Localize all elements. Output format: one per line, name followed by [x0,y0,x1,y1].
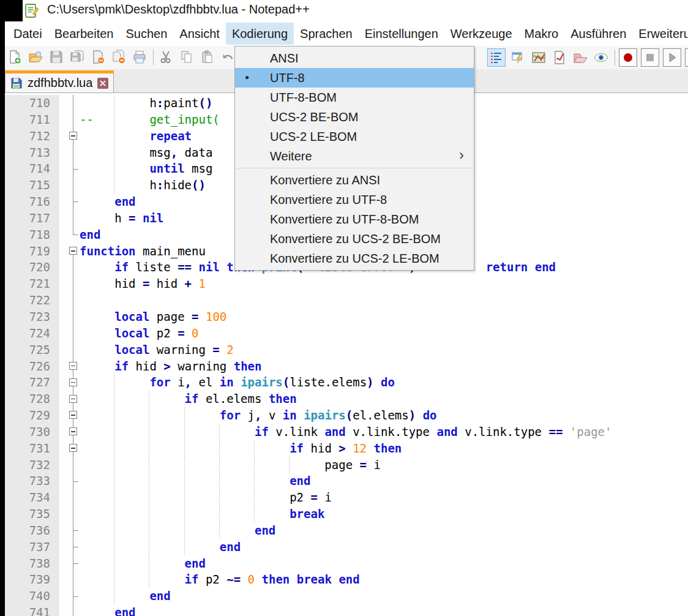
step-macro-icon[interactable] [685,48,688,67]
cut-icon[interactable] [157,48,174,66]
code-text[interactable]: hid = hid + 1 [79,276,688,292]
menu-item-utf-8[interactable]: ●UTF-8 [235,68,474,88]
line-number: 712 [5,128,59,145]
macro-doc-icon[interactable] [551,49,568,66]
code-text[interactable]: break [79,506,688,522]
indent-guide [114,160,114,177]
fold-margin-cell[interactable] [59,407,79,424]
menubar-item-ansicht[interactable]: Ansicht [173,23,226,45]
code-text[interactable]: if p2 ~= 0 then break end [79,571,688,588]
menu-item-weitere[interactable]: Weitere› [235,146,474,166]
code-text[interactable]: end [79,604,688,616]
code-text[interactable]: end [79,588,688,604]
stop-macro-icon[interactable] [641,48,659,67]
fold-margin-cell[interactable] [59,358,79,375]
code-text[interactable]: local warning = 2 [79,342,688,358]
folder-workspace-icon[interactable] [572,49,589,66]
menubar-item-bearbeiten[interactable]: Bearbeiten [48,23,120,45]
menu-item-utf-8-bom[interactable]: UTF-8-BOM [235,88,474,107]
code-text[interactable]: for j, v in ipairs(el.elems) do [79,407,688,424]
fold-margin-cell [59,489,79,506]
menubar-item-sprachen[interactable]: Sprachen [294,23,359,45]
menu-item-konvertiere-zu-ucs-2-be-bom[interactable]: Konvertiere zu UCS-2 BE-BOM [235,229,474,249]
code-text[interactable]: if el.elems then [79,391,688,407]
code-text[interactable]: local page = 100 [79,309,688,325]
show-all-characters-icon[interactable] [487,48,506,67]
line-number: 714 [5,160,59,177]
code-text[interactable]: if hid > warning then [79,358,688,375]
preview-eye-icon[interactable] [593,49,610,66]
code-text[interactable] [79,292,688,309]
menu-item-label: Konvertiere zu ANSI [270,173,380,187]
tab-close-icon[interactable] [97,78,108,89]
line-number: 722 [5,292,59,309]
fold-margin-cell [59,571,79,588]
menu-item-konvertiere-zu-ucs-2-le-bom[interactable]: Konvertiere zu UCS-2 LE-BOM [235,249,474,268]
save-icon[interactable] [48,48,65,66]
fold-margin-cell [59,473,79,489]
menu-item-konvertiere-zu-utf-8[interactable]: Konvertiere zu UTF-8 [235,190,474,209]
code-text[interactable]: if hid > 12 then [79,440,688,457]
menubar-item-suchen[interactable]: Suchen [119,23,173,45]
document-map-icon[interactable] [530,49,547,66]
toolbar-right-group [487,48,688,67]
fold-margin-cell[interactable] [59,391,79,407]
menubar-item-erweiterungen[interactable]: Erweiterungen [632,23,688,45]
indent-guide [114,374,114,391]
menu-item-label: Konvertiere zu UCS-2 LE-BOM [270,252,439,266]
code-text[interactable]: end [79,555,688,572]
menubar-item-werkzeuge[interactable]: Werkzeuge [444,23,518,45]
indent-guide [219,457,220,473]
close-all-icon[interactable] [110,48,127,66]
fold-margin-cell[interactable] [59,243,79,260]
menu-item-label: Weitere [270,149,312,163]
code-text[interactable]: if v.link and v.link.type and v.link.typ… [79,424,688,440]
menubar-item-ausf-hren[interactable]: Ausführen [564,23,632,45]
open-file-icon[interactable] [27,48,44,66]
desktop-edge-strip [0,0,5,616]
fold-margin-cell [59,309,79,325]
code-line-734: 734 p2 = i [5,489,688,506]
launch-run-icon[interactable] [509,49,526,66]
save-all-icon[interactable] [69,48,86,66]
menubar-item-einstellungen[interactable]: Einstellungen [359,23,444,45]
menu-item-label: Konvertiere zu UTF-8 [270,193,387,207]
close-icon[interactable] [89,48,107,66]
title-bar: C:\Users\pmk\Desktop\zdfhbbtv.lua - Note… [0,0,688,21]
fold-margin-cell[interactable] [59,440,79,457]
menu-item-ucs-2-le-bom[interactable]: UCS-2 LE-BOM [235,127,474,146]
record-macro-icon[interactable] [619,48,637,67]
desktop-edge-corner [0,0,23,21]
menubar-item-kodierung[interactable]: Kodierung [226,23,294,45]
fold-margin-cell[interactable] [59,374,79,391]
code-line-732: 732 page = i [5,457,688,473]
menubar-item-datei[interactable]: Datei [7,23,48,45]
paste-icon[interactable] [199,48,216,66]
line-number: 710 [5,95,59,111]
menu-item-konvertiere-zu-ansi[interactable]: Konvertiere zu ANSI [235,170,474,190]
fold-margin-cell[interactable] [59,128,79,145]
code-line-736: 736 end [5,522,688,539]
code-text[interactable]: page = i [79,457,688,473]
menu-item-ucs-2-be-bom[interactable]: UCS-2 BE-BOM [235,107,474,127]
menu-item-ansi[interactable]: ANSI [235,48,474,68]
copy-icon[interactable] [178,48,195,66]
code-text[interactable]: local p2 = 0 [79,325,688,342]
code-text[interactable]: p2 = i [79,489,688,506]
menu-item-konvertiere-zu-utf-8-bom[interactable]: Konvertiere zu UTF-8-BOM [235,209,474,229]
print-icon[interactable] [131,48,148,66]
code-text[interactable]: end [79,522,688,539]
notepad-plus-plus-window: C:\Users\pmk\Desktop\zdfhbbtv.lua - Note… [0,0,688,616]
new-file-icon[interactable] [6,48,23,66]
menubar-item-makro[interactable]: Makro [518,23,565,45]
playback-macro-icon[interactable] [663,48,681,67]
code-text[interactable]: end [79,539,688,555]
fold-margin-cell[interactable] [59,424,79,440]
code-text[interactable]: for i, el in ipairs(liste.elems) do [79,374,688,391]
code-text[interactable]: end [79,473,688,489]
indent-guide [114,506,114,522]
toolbar-left-group [6,48,241,66]
indent-guide [149,489,149,506]
tab-zdfhbbtv-lua[interactable]: zdfhbbtv.lua [5,70,114,93]
line-number: 739 [5,571,59,588]
